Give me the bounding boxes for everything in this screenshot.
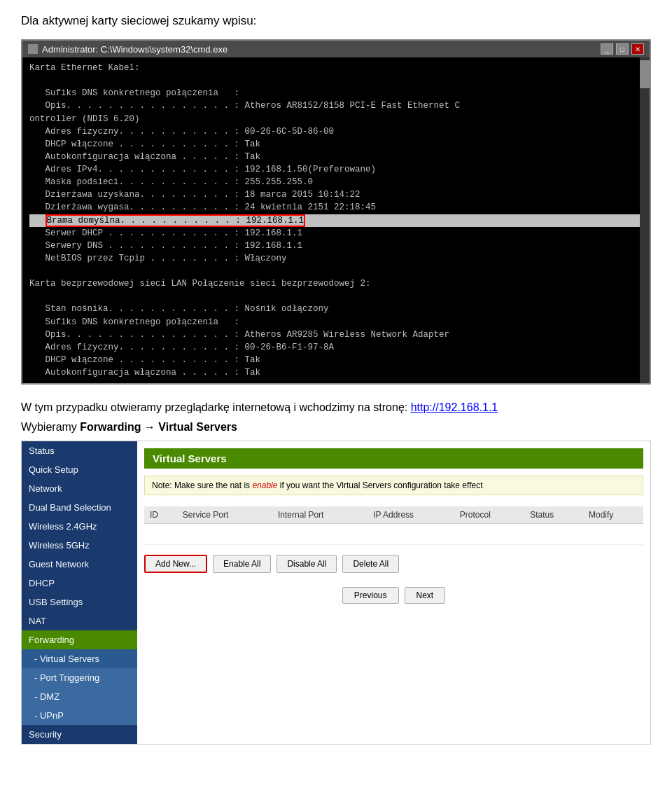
- sidebar-item-upnp[interactable]: - UPnP: [22, 706, 137, 725]
- sidebar-item-port-triggering[interactable]: - Port Triggering: [22, 668, 137, 687]
- pagination-row: Previous Next: [144, 587, 643, 604]
- sidebar-item-wireless-5[interactable]: Wireless 5GHz: [22, 536, 137, 555]
- table-header-row: ID Service Port Internal Port IP Address…: [144, 506, 643, 524]
- arrow-text: →: [141, 421, 158, 433]
- router-link[interactable]: http://192.168.1.1: [411, 401, 498, 413]
- button-row: Add New... Enable All Disable All Delete…: [144, 555, 643, 573]
- cmd-titlebar-text: Administrator: C:\Windows\system32\cmd.e…: [42, 44, 227, 55]
- sidebar-item-dual-band[interactable]: Dual Band Selection: [22, 498, 137, 517]
- main-panel: Virtual Servers Note: Make sure the nat …: [137, 441, 650, 744]
- sidebar-item-dmz[interactable]: - DMZ: [22, 687, 137, 706]
- note-bar: Note: Make sure the nat is enable if you…: [144, 476, 643, 495]
- col-status: Status: [524, 506, 583, 524]
- cmd-titlebar-left: Administrator: C:\Windows\system32\cmd.e…: [28, 44, 227, 55]
- sidebar-item-network[interactable]: Network: [22, 479, 137, 498]
- add-new-button[interactable]: Add New...: [144, 555, 207, 573]
- cmd-scrollbar[interactable]: [640, 57, 650, 383]
- close-button[interactable]: ✕: [631, 43, 644, 55]
- forwarding-text: Forwarding: [80, 421, 141, 433]
- cmd-window: Administrator: C:\Windows\system32\cmd.e…: [21, 39, 651, 385]
- enable-all-button[interactable]: Enable All: [213, 555, 271, 573]
- virtual-servers-header: Virtual Servers: [144, 448, 643, 469]
- col-service-port: Service Port: [177, 506, 272, 524]
- previous-button[interactable]: Previous: [342, 587, 399, 604]
- wybieramy-text: Wybieramy: [21, 421, 80, 433]
- body-text-1: W tym przypadku otwieramy przeglądarkę i…: [21, 401, 411, 413]
- sidebar-item-virtual-servers[interactable]: - Virtual Servers: [22, 649, 137, 668]
- virtual-servers-table: ID Service Port Internal Port IP Address…: [144, 506, 643, 545]
- col-id: ID: [144, 506, 177, 524]
- note-suffix: if you want the Virtual Servers configur…: [277, 481, 482, 490]
- sidebar-item-quick-setup[interactable]: Quick Setup: [22, 460, 137, 479]
- page-content: Dla aktywnej karty sieciowej szukamy wpi…: [0, 0, 672, 759]
- col-protocol: Protocol: [454, 506, 524, 524]
- note-prefix: Note: Make sure the nat is: [152, 481, 252, 490]
- cmd-app-icon: [28, 44, 38, 54]
- sidebar-item-usb-settings[interactable]: USB Settings: [22, 593, 137, 611]
- note-enable: enable: [252, 481, 277, 490]
- intro-heading: Dla aktywnej karty sieciowej szukamy wpi…: [21, 14, 651, 28]
- sidebar-item-nat[interactable]: NAT: [22, 611, 137, 630]
- sidebar-item-forwarding[interactable]: Forwarding: [22, 630, 137, 649]
- cmd-body: Karta Ethernet Kabel: Sufiks DNS konkret…: [22, 57, 650, 383]
- sidebar-item-security[interactable]: Security: [22, 725, 137, 744]
- sidebar-item-wireless-24[interactable]: Wireless 2.4GHz: [22, 517, 137, 536]
- minimize-button[interactable]: _: [601, 43, 613, 55]
- maximize-button[interactable]: □: [616, 43, 629, 55]
- col-ip-address: IP Address: [368, 506, 454, 524]
- sidebar: Status Quick Setup Network Dual Band Sel…: [22, 441, 137, 744]
- body-paragraph-1: W tym przypadku otwieramy przeglądarkę i…: [21, 401, 651, 414]
- sidebar-item-guest-network[interactable]: Guest Network: [22, 555, 137, 574]
- delete-all-button[interactable]: Delete All: [342, 555, 399, 573]
- sidebar-item-status[interactable]: Status: [22, 441, 137, 460]
- cmd-controls[interactable]: _ □ ✕: [601, 43, 644, 55]
- next-button[interactable]: Next: [405, 587, 446, 604]
- virtual-servers-text: Virtual Servers: [158, 421, 237, 433]
- sidebar-item-dhcp[interactable]: DHCP: [22, 574, 137, 593]
- col-modify: Modify: [583, 506, 643, 524]
- router-ui: Status Quick Setup Network Dual Band Sel…: [21, 441, 651, 745]
- col-internal-port: Internal Port: [272, 506, 368, 524]
- disable-all-button[interactable]: Disable All: [276, 555, 337, 573]
- cmd-scrollbar-thumb[interactable]: [640, 60, 650, 88]
- cmd-titlebar: Administrator: C:\Windows\system32\cmd.e…: [22, 41, 650, 57]
- forwarding-paragraph: Wybieramy Forwarding → Virtual Servers: [21, 421, 651, 434]
- table-empty-row: [144, 524, 643, 545]
